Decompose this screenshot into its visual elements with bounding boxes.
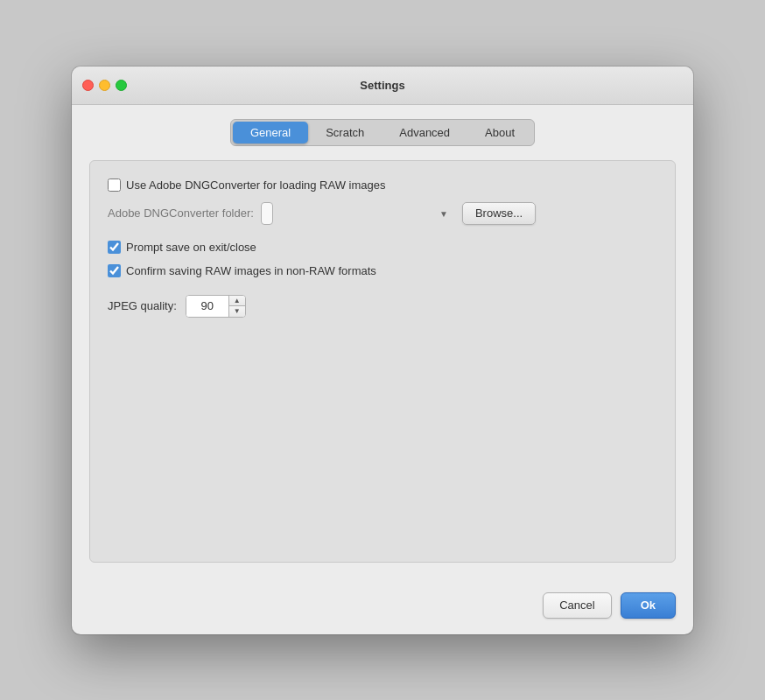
general-panel: Use Adobe DNGConverter for loading RAW i… xyxy=(89,160,676,563)
tab-scratch[interactable]: Scratch xyxy=(308,122,382,144)
spinner-buttons: ▲ ▼ xyxy=(228,296,245,317)
ok-button[interactable]: Ok xyxy=(621,592,676,619)
maximize-button[interactable] xyxy=(116,80,127,91)
prompt-save-checkbox[interactable] xyxy=(108,241,121,254)
jpeg-quality-input[interactable] xyxy=(186,296,228,317)
use-dng-row: Use Adobe DNGConverter for loading RAW i… xyxy=(108,178,657,192)
confirm-raw-label[interactable]: Confirm saving RAW images in non-RAW for… xyxy=(108,264,376,277)
jpeg-quality-row: JPEG quality: ▲ ▼ xyxy=(108,295,657,318)
minimize-button[interactable] xyxy=(99,80,110,91)
jpeg-quality-label: JPEG quality: xyxy=(108,299,177,312)
use-dng-label[interactable]: Use Adobe DNGConverter for loading RAW i… xyxy=(108,178,385,192)
dng-folder-dropdown-wrapper: ▼ xyxy=(261,202,453,225)
tab-advanced[interactable]: Advanced xyxy=(382,122,467,144)
confirm-raw-checkbox[interactable] xyxy=(108,264,121,277)
prompt-save-label[interactable]: Prompt save on exit/close xyxy=(108,241,256,254)
tab-about[interactable]: About xyxy=(467,122,532,144)
content-area: General Scratch Advanced About Use Adobe… xyxy=(72,105,693,580)
dng-folder-dropdown[interactable] xyxy=(261,202,273,225)
browse-button[interactable]: Browse... xyxy=(462,202,536,225)
confirm-raw-row: Confirm saving RAW images in non-RAW for… xyxy=(108,264,657,277)
dropdown-arrow-icon: ▼ xyxy=(439,208,448,218)
close-button[interactable] xyxy=(82,80,94,91)
jpeg-quality-spinner: ▲ ▼ xyxy=(186,295,246,318)
settings-window: Settings General Scratch Advanced About … xyxy=(72,66,693,634)
tab-general[interactable]: General xyxy=(233,122,308,144)
cancel-button[interactable]: Cancel xyxy=(543,592,611,619)
use-dng-checkbox[interactable] xyxy=(108,178,121,192)
spinner-down-button[interactable]: ▼ xyxy=(229,306,245,317)
dng-folder-label: Adobe DNGConverter folder: xyxy=(108,206,254,220)
traffic-lights xyxy=(82,80,127,91)
spinner-up-button[interactable]: ▲ xyxy=(229,296,245,306)
window-title: Settings xyxy=(360,79,404,92)
titlebar: Settings xyxy=(72,66,693,105)
footer: Cancel Ok xyxy=(72,580,693,634)
dng-folder-row: Adobe DNGConverter folder: ▼ Browse... xyxy=(108,202,657,225)
prompt-save-row: Prompt save on exit/close xyxy=(108,241,657,254)
tab-bar: General Scratch Advanced About xyxy=(230,119,535,146)
tabs-container: General Scratch Advanced About xyxy=(89,119,676,146)
